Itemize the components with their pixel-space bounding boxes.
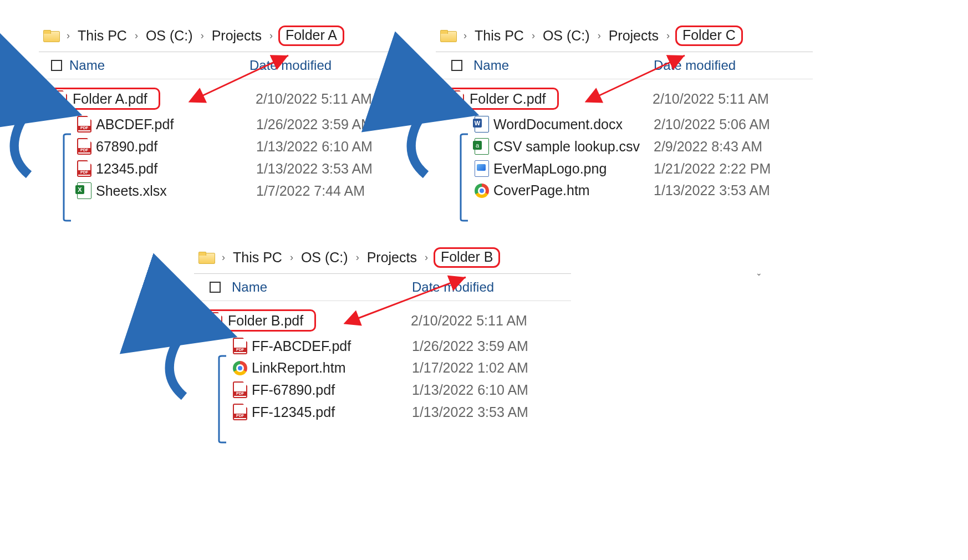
breadcrumb-item-current[interactable]: Folder A <box>278 26 344 46</box>
file-row[interactable]: 67890.pdf1/13/2022 6:10 AM <box>39 135 405 157</box>
breadcrumb[interactable]: › This PC › OS (C:) › Projects › Folder … <box>194 244 571 274</box>
pdf-icon <box>450 90 464 107</box>
column-headers: Name Date modified ⌄ <box>194 274 571 301</box>
file-row[interactable]: Folder A.pdf2/10/2022 5:11 AM <box>39 85 405 113</box>
folder-icon <box>198 252 214 264</box>
pdf-icon <box>233 338 247 354</box>
breadcrumb-item[interactable]: Projects <box>365 248 419 267</box>
column-header-date[interactable]: Date modified <box>249 58 332 73</box>
column-header-date[interactable]: Date modified <box>654 58 736 73</box>
img-icon <box>475 160 489 177</box>
xlsx-icon <box>77 182 91 199</box>
file-date-modified: 1/21/2022 2:22 PM <box>654 161 798 177</box>
chevron-right-icon: › <box>266 30 276 42</box>
column-header-name[interactable]: Name <box>473 58 654 73</box>
chevron-right-icon: › <box>460 30 470 42</box>
file-name: 12345.pdf <box>96 161 256 177</box>
file-row[interactable]: FF-ABCDEF.pdf1/26/2022 3:59 AM <box>194 335 571 357</box>
file-row[interactable]: 12345.pdf1/13/2022 3:53 AM <box>39 157 405 180</box>
breadcrumb-item[interactable]: OS (C:) <box>144 27 195 45</box>
chevron-right-icon: › <box>663 30 673 42</box>
breadcrumb-item[interactable]: OS (C:) <box>299 248 350 267</box>
select-all-checkbox[interactable] <box>451 60 462 71</box>
pdf-icon <box>233 381 247 398</box>
file-row[interactable]: Folder C.pdf2/10/2022 5:11 AM <box>436 85 813 113</box>
column-header-name[interactable]: Name <box>69 58 249 73</box>
select-all-checkbox[interactable] <box>51 60 62 71</box>
breadcrumb-item[interactable]: OS (C:) <box>541 27 592 45</box>
column-header-date[interactable]: Date modified <box>412 279 494 294</box>
breadcrumb[interactable]: › This PC › OS (C:) › Projects › Folder … <box>39 22 405 52</box>
file-date-modified: 2/10/2022 5:06 AM <box>654 116 798 133</box>
highlighted-output-file[interactable]: Folder C.pdf <box>445 88 559 110</box>
file-name: Folder A.pdf <box>73 91 147 107</box>
file-date-modified: 1/17/2022 1:02 AM <box>412 360 556 376</box>
file-row[interactable]: LinkReport.htm1/17/2022 1:02 AM <box>194 357 571 379</box>
pdf-icon <box>208 312 222 329</box>
breadcrumb-item[interactable]: This PC <box>472 27 526 45</box>
chevron-right-icon: › <box>63 30 73 42</box>
htm-icon <box>233 361 247 375</box>
breadcrumb-item[interactable]: This PC <box>75 27 129 45</box>
explorer-window-b: › This PC › OS (C:) › Projects › Folder … <box>194 244 571 423</box>
file-date-modified: 1/7/2022 7:44 AM <box>256 183 400 199</box>
folder-icon <box>440 30 456 42</box>
column-header-name[interactable]: Name <box>232 279 412 295</box>
folder-icon <box>43 30 59 42</box>
file-name: ABCDEF.pdf <box>96 116 256 133</box>
file-list: Folder A.pdf2/10/2022 5:11 AMABCDEF.pdf1… <box>39 79 405 202</box>
pdf-icon <box>77 160 91 177</box>
breadcrumb-item-current[interactable]: Folder C <box>675 26 743 46</box>
file-row[interactable]: FF-67890.pdf1/13/2022 6:10 AM <box>194 379 571 401</box>
column-headers: Name Date modified ⌄ <box>436 52 813 79</box>
file-name: Folder C.pdf <box>470 91 546 107</box>
file-row[interactable]: CoverPage.htm1/13/2022 3:53 AM <box>436 180 813 201</box>
file-row[interactable]: CSV sample lookup.csv2/9/2022 8:43 AM <box>436 135 813 157</box>
pdf-icon <box>77 138 91 155</box>
file-row[interactable]: FF-12345.pdf1/13/2022 3:53 AM <box>194 401 571 423</box>
file-row[interactable]: EverMapLogo.png1/21/2022 2:22 PM <box>436 157 813 180</box>
column-headers: Name Date modified ⌄ <box>39 52 405 79</box>
file-date-modified: 1/13/2022 3:53 AM <box>654 182 798 198</box>
file-row[interactable]: ABCDEF.pdf1/26/2022 3:59 AM <box>39 113 405 135</box>
file-row[interactable]: WordDocument.docx2/10/2022 5:06 AM <box>436 113 813 135</box>
chevron-right-icon: › <box>421 252 431 263</box>
pdf-icon <box>77 116 91 133</box>
breadcrumb-item[interactable]: This PC <box>231 248 284 267</box>
breadcrumb-item[interactable]: Projects <box>210 27 264 45</box>
file-row[interactable]: Folder B.pdf2/10/2022 5:11 AM <box>194 307 571 335</box>
chevron-down-icon[interactable]: ⌄ <box>756 268 762 277</box>
file-name: FF-67890.pdf <box>252 382 412 398</box>
breadcrumb-item-current[interactable]: Folder B <box>434 247 500 268</box>
file-name: LinkReport.htm <box>252 360 412 376</box>
file-date-modified: 2/10/2022 5:11 AM <box>653 91 797 107</box>
chevron-right-icon: › <box>218 252 228 263</box>
chevron-right-icon: › <box>287 252 297 263</box>
file-name: CoverPage.htm <box>493 182 654 198</box>
file-date-modified: 1/13/2022 3:53 AM <box>412 404 556 420</box>
file-name: EverMapLogo.png <box>493 161 654 177</box>
highlighted-output-file[interactable]: Folder A.pdf <box>48 88 160 110</box>
file-date-modified: 2/10/2022 5:11 AM <box>256 91 400 107</box>
pdf-icon <box>53 90 67 107</box>
file-name: CSV sample lookup.csv <box>493 139 654 155</box>
pdf-icon <box>233 404 247 420</box>
htm-icon <box>475 184 489 198</box>
chevron-right-icon: › <box>131 30 141 42</box>
chevron-right-icon: › <box>353 252 363 263</box>
file-row[interactable]: Sheets.xlsx1/7/2022 7:44 AM <box>39 180 405 202</box>
breadcrumb[interactable]: › This PC › OS (C:) › Projects › Folder … <box>436 22 813 52</box>
file-date-modified: 1/13/2022 3:53 AM <box>256 161 400 177</box>
file-date-modified: 1/26/2022 3:59 AM <box>412 338 556 354</box>
highlighted-output-file[interactable]: Folder B.pdf <box>203 309 316 332</box>
file-name: FF-ABCDEF.pdf <box>252 338 412 354</box>
file-list: Folder C.pdf2/10/2022 5:11 AMWordDocumen… <box>436 79 813 201</box>
chevron-right-icon: › <box>197 30 207 42</box>
explorer-window-c: › This PC › OS (C:) › Projects › Folder … <box>436 22 813 201</box>
file-name: FF-12345.pdf <box>252 404 412 420</box>
breadcrumb-item[interactable]: Projects <box>607 27 661 45</box>
file-date-modified: 1/26/2022 3:59 AM <box>256 116 400 133</box>
select-all-checkbox[interactable] <box>210 282 221 293</box>
file-name: Sheets.xlsx <box>96 183 256 199</box>
file-name: Folder B.pdf <box>228 313 303 329</box>
